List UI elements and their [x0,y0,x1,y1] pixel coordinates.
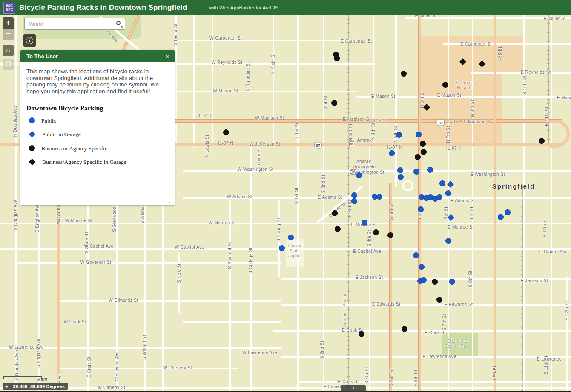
street-label: College St [257,148,261,169]
street-label: IL-97 S E Madison St [447,120,492,124]
marker-business-specific[interactable] [332,210,338,216]
legend-item: Public in Garage [26,131,168,138]
marker-public[interactable] [418,206,424,212]
street [472,15,473,392]
street-label: S 8th St [468,270,473,287]
marker-public[interactable] [398,174,404,180]
street-label: W Edwards St [109,298,138,303]
marker-business-specific[interactable] [415,154,421,160]
place-label: St John's Hospital [456,80,475,91]
marker-public[interactable] [413,252,419,258]
panel-title: To The User [26,53,58,60]
street-label: S New St [177,263,181,283]
street [273,330,571,332]
marker-business-specific[interactable] [539,138,545,144]
street [15,262,281,264]
marker-public[interactable] [445,190,451,196]
marker-public[interactable] [362,220,367,226]
marker-public[interactable] [397,167,403,173]
street-label: S Walnut St [143,335,147,360]
street [566,277,568,392]
street-label: IL-97 N [446,146,462,151]
marker-business-specific[interactable] [436,297,442,303]
street-label: W Reynolds St [212,60,243,65]
street-label: S 5th St [390,203,394,220]
street [183,321,281,323]
scale-bar [3,376,42,379]
panel-description: This map shows the locations of bicycle … [26,68,168,94]
street-label: E Capitol Ave [353,249,381,254]
panel-resize-handle[interactable] [169,200,173,203]
marker-business-specific[interactable] [335,226,341,232]
street-label: N Lewis St [205,135,209,157]
marker-business-specific[interactable] [331,100,337,106]
street-label: S 5th St [390,368,394,385]
marker-public[interactable] [436,194,442,200]
street-label: W Washington St [238,167,273,172]
street-label: W Jefferson St [250,142,280,146]
marker-public[interactable] [351,198,357,204]
marker-business-specific[interactable] [387,232,393,238]
panel-header[interactable]: To The User × [20,50,175,62]
marker-public[interactable] [413,169,419,175]
marker-public[interactable] [389,150,395,156]
street-label: IL-97 N [218,141,233,146]
street [193,15,195,147]
marker-public[interactable] [288,235,294,240]
marker-business-specific[interactable] [442,82,448,88]
street-label: N Klein St [271,53,275,74]
marker-public[interactable] [419,264,425,270]
marker-public[interactable] [498,214,504,220]
street-label: E Carpenter St [460,42,491,46]
zoom-in-button[interactable]: + [3,17,14,29]
street-label: S 1st St [295,187,299,204]
marker-public[interactable] [376,194,382,200]
street-label: E Edwards St [445,303,473,307]
marker-business-specific[interactable] [401,71,407,77]
street [395,15,397,187]
marker-public[interactable] [449,279,455,285]
locate-icon[interactable] [3,59,14,70]
zoom-out-button[interactable]: − [3,29,14,40]
marker-public[interactable] [351,192,357,198]
legend-title: Downtown Bicycle Parking [26,105,168,112]
marker-business-specific[interactable] [359,331,364,337]
street-label: N 11th St [545,106,549,126]
street [273,15,274,147]
marker-business-specific[interactable] [402,326,407,332]
search-input[interactable] [24,18,113,30]
marker-business-specific[interactable] [223,129,229,135]
street-label: S English Ave [35,203,40,232]
street-label: W Carpenter St [209,36,242,40]
search-button[interactable] [113,18,125,30]
marker-public[interactable] [427,167,433,173]
marker-public[interactable] [416,132,422,137]
marker-business-specific[interactable] [432,279,438,285]
info-button[interactable]: i [23,34,36,47]
street-label: E Miller St [544,17,565,21]
street-label: E Jackson St [356,275,383,280]
street-label: W Adams St [227,195,253,199]
marker-business-specific[interactable] [420,141,426,147]
marker-business-specific[interactable] [334,55,340,61]
marker-business-specific[interactable] [373,229,379,235]
coordinates-widget[interactable]: + 39.808 -89.669 Degrees [3,383,68,390]
marker-business-specific[interactable] [421,149,427,155]
marker-public[interactable] [279,245,285,251]
app-window: SSCRPC Bicycle Parking Racks in Downtown… [0,0,571,392]
street-label: S English Ave [37,339,41,368]
marker-public[interactable] [396,132,402,138]
street-label: Blvd [58,374,62,383]
marker-public[interactable] [505,209,511,215]
attribution-toggle[interactable]: ▲ [341,385,366,392]
close-icon[interactable]: × [166,53,169,60]
street [178,253,180,313]
marker-public[interactable] [421,277,427,283]
marker-public[interactable] [445,238,451,244]
marker-public[interactable] [439,180,445,186]
street-label: N Rutledge St [246,62,250,92]
street-label: IL-97 N [387,145,402,149]
street-label: W Chenery St [163,366,192,370]
marker-public[interactable] [356,172,362,178]
home-icon[interactable]: ⌂ [3,45,14,56]
